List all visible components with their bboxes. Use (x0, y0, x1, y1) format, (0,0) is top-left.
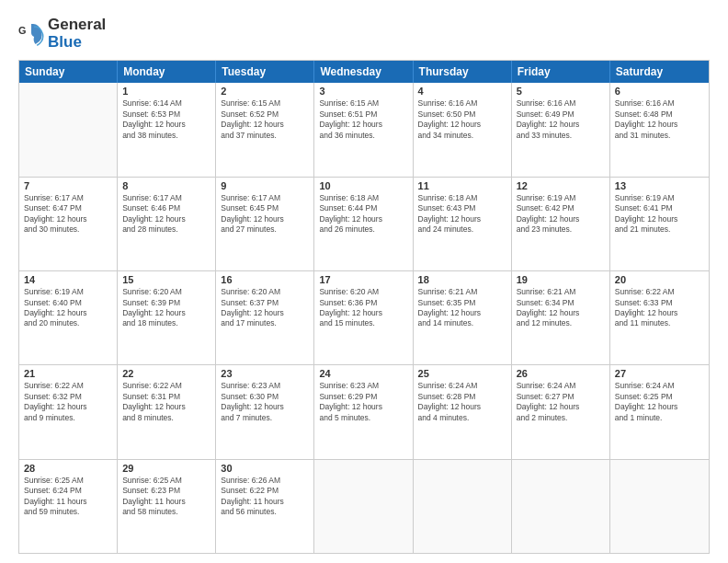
cell-info: Sunrise: 6:21 AM Sunset: 6:34 PM Dayligh… (517, 287, 605, 329)
cell-date: 17 (319, 274, 407, 285)
calendar-cell: 13Sunrise: 6:19 AM Sunset: 6:41 PM Dayli… (610, 178, 709, 270)
cell-date: 11 (418, 180, 506, 191)
cell-info: Sunrise: 6:24 AM Sunset: 6:28 PM Dayligh… (418, 381, 506, 423)
cell-info: Sunrise: 6:22 AM Sunset: 6:31 PM Dayligh… (122, 381, 210, 423)
day-header-friday: Friday (512, 61, 610, 83)
cell-info: Sunrise: 6:16 AM Sunset: 6:48 PM Dayligh… (615, 98, 704, 141)
cell-date: 8 (122, 180, 210, 191)
cell-date: 6 (615, 86, 704, 97)
calendar-cell: 16Sunrise: 6:20 AM Sunset: 6:37 PM Dayli… (216, 271, 314, 364)
day-header-monday: Monday (118, 61, 216, 83)
cell-date: 26 (517, 368, 605, 379)
cell-info: Sunrise: 6:25 AM Sunset: 6:24 PM Dayligh… (24, 476, 112, 518)
cell-date: 25 (418, 368, 506, 379)
calendar-cell: 3Sunrise: 6:15 AM Sunset: 6:51 PM Daylig… (314, 83, 413, 176)
cell-info: Sunrise: 6:20 AM Sunset: 6:39 PM Dayligh… (122, 287, 210, 329)
calendar-cell: 12Sunrise: 6:19 AM Sunset: 6:42 PM Dayli… (512, 178, 610, 270)
calendar-cell: 17Sunrise: 6:20 AM Sunset: 6:36 PM Dayli… (314, 271, 413, 364)
calendar-cell: 22Sunrise: 6:22 AM Sunset: 6:31 PM Dayli… (118, 365, 216, 458)
logo-text: General Blue (48, 17, 106, 51)
cell-info: Sunrise: 6:23 AM Sunset: 6:29 PM Dayligh… (319, 381, 407, 423)
cell-info: Sunrise: 6:22 AM Sunset: 6:33 PM Dayligh… (615, 287, 704, 329)
cell-info: Sunrise: 6:19 AM Sunset: 6:42 PM Dayligh… (517, 193, 605, 236)
day-header-thursday: Thursday (414, 61, 512, 83)
calendar-cell: 18Sunrise: 6:21 AM Sunset: 6:35 PM Dayli… (414, 271, 512, 364)
calendar-row: 28Sunrise: 6:25 AM Sunset: 6:24 PM Dayli… (19, 460, 709, 553)
calendar-row: 14Sunrise: 6:19 AM Sunset: 6:40 PM Dayli… (19, 271, 709, 365)
calendar-cell: 15Sunrise: 6:20 AM Sunset: 6:39 PM Dayli… (118, 271, 216, 364)
calendar-cell: 19Sunrise: 6:21 AM Sunset: 6:34 PM Dayli… (512, 271, 610, 364)
calendar-cell: 24Sunrise: 6:23 AM Sunset: 6:29 PM Dayli… (314, 365, 413, 458)
cell-info: Sunrise: 6:15 AM Sunset: 6:51 PM Dayligh… (319, 98, 407, 141)
calendar-cell: 27Sunrise: 6:24 AM Sunset: 6:25 PM Dayli… (610, 365, 709, 458)
cell-info: Sunrise: 6:21 AM Sunset: 6:35 PM Dayligh… (418, 287, 506, 329)
cell-date: 9 (221, 180, 309, 191)
cell-info: Sunrise: 6:16 AM Sunset: 6:50 PM Dayligh… (418, 98, 506, 141)
cell-date: 23 (221, 368, 309, 379)
cell-info: Sunrise: 6:23 AM Sunset: 6:30 PM Dayligh… (221, 381, 309, 423)
cell-date: 18 (418, 274, 506, 285)
calendar-cell: 21Sunrise: 6:22 AM Sunset: 6:32 PM Dayli… (19, 365, 118, 458)
cell-date: 13 (615, 180, 704, 191)
cell-date: 5 (517, 86, 605, 97)
calendar-cell: 4Sunrise: 6:16 AM Sunset: 6:50 PM Daylig… (414, 83, 512, 176)
page-header: G General Blue (18, 17, 710, 51)
cell-info: Sunrise: 6:20 AM Sunset: 6:36 PM Dayligh… (319, 287, 407, 329)
cell-info: Sunrise: 6:24 AM Sunset: 6:25 PM Dayligh… (615, 381, 704, 423)
cell-date: 2 (221, 86, 309, 97)
cell-date: 4 (418, 86, 506, 97)
cell-date: 7 (24, 180, 112, 191)
cell-info: Sunrise: 6:16 AM Sunset: 6:49 PM Dayligh… (517, 98, 605, 141)
calendar-cell: 1Sunrise: 6:14 AM Sunset: 6:53 PM Daylig… (118, 83, 216, 176)
cell-info: Sunrise: 6:20 AM Sunset: 6:37 PM Dayligh… (221, 287, 309, 329)
calendar-cell: 5Sunrise: 6:16 AM Sunset: 6:49 PM Daylig… (512, 83, 610, 176)
cell-date: 30 (221, 463, 309, 474)
calendar-cell (610, 460, 709, 553)
cell-info: Sunrise: 6:17 AM Sunset: 6:46 PM Dayligh… (122, 193, 210, 236)
cell-info: Sunrise: 6:18 AM Sunset: 6:43 PM Dayligh… (418, 193, 506, 236)
cell-date: 10 (319, 180, 407, 191)
calendar-cell: 11Sunrise: 6:18 AM Sunset: 6:43 PM Dayli… (414, 178, 512, 270)
day-headers: SundayMondayTuesdayWednesdayThursdayFrid… (19, 61, 709, 83)
svg-text:G: G (18, 25, 26, 36)
calendar-cell: 25Sunrise: 6:24 AM Sunset: 6:28 PM Dayli… (414, 365, 512, 458)
calendar-cell: 26Sunrise: 6:24 AM Sunset: 6:27 PM Dayli… (512, 365, 610, 458)
cell-info: Sunrise: 6:24 AM Sunset: 6:27 PM Dayligh… (517, 381, 605, 423)
cell-date: 27 (615, 368, 704, 379)
cell-date: 15 (122, 274, 210, 285)
cell-date: 22 (122, 368, 210, 379)
cell-info: Sunrise: 6:19 AM Sunset: 6:40 PM Dayligh… (24, 287, 112, 329)
cell-info: Sunrise: 6:26 AM Sunset: 6:22 PM Dayligh… (221, 476, 309, 518)
calendar-cell: 7Sunrise: 6:17 AM Sunset: 6:47 PM Daylig… (19, 178, 118, 270)
logo: G General Blue (18, 17, 106, 51)
cell-date: 16 (221, 274, 309, 285)
calendar-cell (512, 460, 610, 553)
calendar-cell (19, 83, 118, 176)
cell-info: Sunrise: 6:17 AM Sunset: 6:45 PM Dayligh… (221, 193, 309, 236)
calendar-row: 7Sunrise: 6:17 AM Sunset: 6:47 PM Daylig… (19, 178, 709, 271)
cell-info: Sunrise: 6:17 AM Sunset: 6:47 PM Dayligh… (24, 193, 112, 236)
cell-info: Sunrise: 6:22 AM Sunset: 6:32 PM Dayligh… (24, 381, 112, 423)
cell-info: Sunrise: 6:15 AM Sunset: 6:52 PM Dayligh… (221, 98, 309, 141)
calendar-row: 21Sunrise: 6:22 AM Sunset: 6:32 PM Dayli… (19, 365, 709, 459)
cell-info: Sunrise: 6:18 AM Sunset: 6:44 PM Dayligh… (319, 193, 407, 236)
day-header-tuesday: Tuesday (216, 61, 314, 83)
calendar-cell: 14Sunrise: 6:19 AM Sunset: 6:40 PM Dayli… (19, 271, 118, 364)
calendar-cell: 8Sunrise: 6:17 AM Sunset: 6:46 PM Daylig… (118, 178, 216, 270)
cell-date: 20 (615, 274, 704, 285)
cell-date: 28 (24, 463, 112, 474)
calendar-row: 1Sunrise: 6:14 AM Sunset: 6:53 PM Daylig… (19, 83, 709, 177)
calendar-cell: 30Sunrise: 6:26 AM Sunset: 6:22 PM Dayli… (216, 460, 314, 553)
calendar-cell (414, 460, 512, 553)
calendar-cell: 2Sunrise: 6:15 AM Sunset: 6:52 PM Daylig… (216, 83, 314, 176)
cell-date: 29 (122, 463, 210, 474)
calendar-cell: 20Sunrise: 6:22 AM Sunset: 6:33 PM Dayli… (610, 271, 709, 364)
day-header-saturday: Saturday (610, 61, 709, 83)
calendar-cell: 23Sunrise: 6:23 AM Sunset: 6:30 PM Dayli… (216, 365, 314, 458)
calendar-cell: 9Sunrise: 6:17 AM Sunset: 6:45 PM Daylig… (216, 178, 314, 270)
cell-date: 21 (24, 368, 112, 379)
calendar-cell: 29Sunrise: 6:25 AM Sunset: 6:23 PM Dayli… (118, 460, 216, 553)
cell-date: 24 (319, 368, 407, 379)
cell-date: 14 (24, 274, 112, 285)
calendar-cell (314, 460, 413, 553)
